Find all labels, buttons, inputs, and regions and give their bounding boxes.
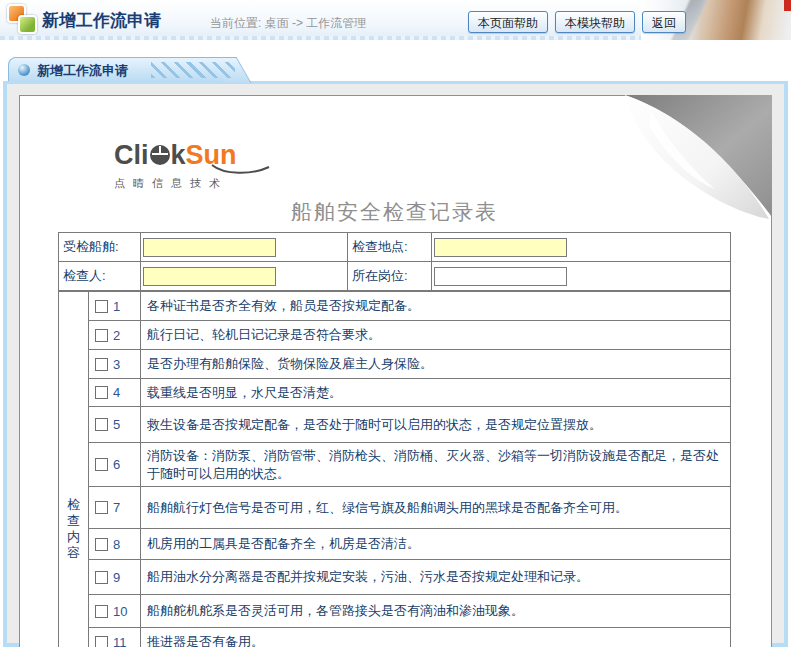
checklist-row: 2 航行日记、轮机日记记录是否符合要求。 — [59, 321, 731, 350]
form-paper: ClikSun 点晴信息技术 船舶安全检查记录表 受检船舶: 检查地点: 检查人… — [19, 95, 772, 647]
item-text: 各种证书是否齐全有效，船员是否按规定配备。 — [141, 292, 731, 321]
item-10-checkbox[interactable] — [95, 605, 108, 618]
ship-input[interactable] — [143, 238, 276, 257]
inspector-input[interactable] — [143, 267, 276, 286]
tab-new-workflow[interactable]: 新增工作流申请 — [8, 57, 232, 81]
item-number: 11 — [113, 635, 127, 647]
item-text: 机房用的工属具是否配备齐全，机房是否清洁。 — [141, 529, 731, 560]
checklist-table: 检查内容 1 各种证书是否齐全有效，船员是否按规定配备。 2 航行日记、轮机日记… — [58, 291, 731, 647]
mouse-cable-decoration — [210, 164, 272, 176]
checklist-row: 9 船用油水分分离器是否配并按规定安装，污油、污水是否按规定处理和记录。 — [59, 560, 731, 595]
item-number: 6 — [113, 457, 120, 472]
breadcrumb: 当前位置: 桌面 -> 工作流管理 — [210, 15, 366, 32]
checklist-row: 6 消防设备：消防泵、消防管带、消防枪头、消防桶、灭火器、沙箱等一切消防设施是否… — [59, 443, 731, 487]
inspector-label: 检查人: — [59, 262, 141, 291]
clicksun-logo: ClikSun 点晴信息技术 — [114, 140, 334, 194]
position-input[interactable] — [434, 267, 567, 286]
location-label: 检查地点: — [348, 233, 432, 262]
item-text: 载重线是否明显，水尺是否清楚。 — [141, 379, 731, 407]
item-number: 2 — [113, 328, 120, 343]
item-number: 8 — [113, 537, 120, 552]
item-text: 推进器是否有备用。 — [141, 628, 731, 647]
item-11-checkbox[interactable] — [95, 636, 108, 647]
item-text: 航行日记、轮机日记记录是否符合要求。 — [141, 321, 731, 350]
content-panel: ClikSun 点晴信息技术 船舶安全检查记录表 受检船舶: 检查地点: 检查人… — [3, 81, 788, 647]
brand-text-k: k — [171, 140, 186, 170]
page-help-button[interactable]: 本页面帮助 — [468, 11, 548, 33]
item-number: 3 — [113, 357, 120, 372]
back-button[interactable]: 返回 — [642, 11, 686, 33]
checklist-row: 5 救生设备是否按规定配备，是否处于随时可以启用的状态，是否规定位置摆放。 — [59, 407, 731, 443]
item-7-checkbox[interactable] — [95, 501, 108, 514]
item-number: 4 — [113, 385, 120, 400]
checklist-row: 3 是否办理有船舶保险、货物保险及雇主人身保险。 — [59, 350, 731, 379]
position-label: 所在岗位: — [348, 262, 432, 291]
mouse-icon — [150, 145, 170, 165]
header-button-group: 本页面帮助 本模块帮助 返回 — [468, 11, 686, 33]
tab-stripes-decoration — [151, 62, 235, 78]
location-input[interactable] — [434, 238, 567, 257]
logo-green-square — [18, 15, 37, 34]
checklist-row: 8 机房用的工属具是否配备齐全，机房是否清洁。 — [59, 529, 731, 560]
item-text: 船舶舵机舵系是否灵活可用，各管路接头是否有滴油和渗油现象。 — [141, 595, 731, 628]
item-1-checkbox[interactable] — [95, 300, 108, 313]
item-text: 消防设备：消防泵、消防管带、消防枪头、消防桶、灭火器、沙箱等一切消防设施是否配足… — [141, 443, 731, 487]
page-header: 新增工作流申请 当前位置: 桌面 -> 工作流管理 本页面帮助 本模块帮助 返回 — [0, 0, 791, 40]
item-text: 船舶航行灯色信号是否可用，红、绿信号旗及船舶调头用的黑球是否配备齐全可用。 — [141, 487, 731, 529]
tab-bullet-icon — [18, 64, 30, 76]
logo-tagline: 点晴信息技术 — [114, 176, 334, 191]
info-row: 检查人: 所在岗位: — [59, 262, 731, 291]
info-row: 受检船舶: 检查地点: — [59, 233, 731, 262]
item-8-checkbox[interactable] — [95, 538, 108, 551]
item-text: 船用油水分分离器是否配并按规定安装，污油、污水是否按规定处理和记录。 — [141, 560, 731, 595]
item-text: 救生设备是否按规定配备，是否处于随时可以启用的状态，是否规定位置摆放。 — [141, 407, 731, 443]
item-9-checkbox[interactable] — [95, 571, 108, 584]
ship-label: 受检船舶: — [59, 233, 141, 262]
checklist-row: 10 船舶舵机舵系是否灵活可用，各管路接头是否有滴油和渗油现象。 — [59, 595, 731, 628]
section-label: 检查内容 — [59, 292, 89, 647]
item-3-checkbox[interactable] — [95, 358, 108, 371]
item-number: 9 — [113, 570, 120, 585]
tab-label: 新增工作流申请 — [37, 62, 128, 80]
item-number: 5 — [113, 417, 120, 432]
brand-text-cli: Cli — [114, 140, 149, 170]
info-table: 受检船舶: 检查地点: 检查人: 所在岗位: — [58, 232, 731, 291]
photo-red-accent — [784, 0, 791, 11]
item-5-checkbox[interactable] — [95, 418, 108, 431]
checklist-row: 11 推进器是否有备用。 — [59, 628, 731, 647]
item-number: 1 — [113, 299, 120, 314]
item-number: 10 — [113, 604, 127, 619]
item-number: 7 — [113, 500, 120, 515]
app-logo-icon — [7, 4, 39, 36]
module-help-button[interactable]: 本模块帮助 — [555, 11, 635, 33]
page-title: 新增工作流申请 — [42, 9, 161, 32]
checklist-row: 7 船舶航行灯色信号是否可用，红、绿信号旗及船舶调头用的黑球是否配备齐全可用。 — [59, 487, 731, 529]
item-text: 是否办理有船舶保险、货物保险及雇主人身保险。 — [141, 350, 731, 379]
item-6-checkbox[interactable] — [95, 458, 108, 471]
item-4-checkbox[interactable] — [95, 386, 108, 399]
item-2-checkbox[interactable] — [95, 329, 108, 342]
checklist-row: 检查内容 1 各种证书是否齐全有效，船员是否按规定配备。 — [59, 292, 731, 321]
page-curl-decoration — [617, 95, 772, 221]
checklist-row: 4 载重线是否明显，水尺是否清楚。 — [59, 379, 731, 407]
